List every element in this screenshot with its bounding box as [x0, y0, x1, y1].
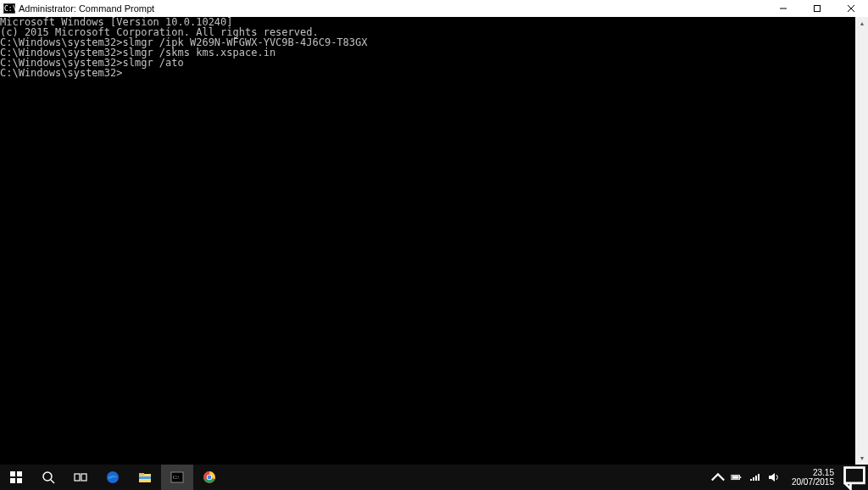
close-button[interactable]	[834, 0, 868, 17]
svg-rect-25	[753, 477, 754, 481]
terminal-line: C:\Windows\system32>slmgr /ato	[0, 58, 868, 68]
svg-rect-7	[17, 478, 22, 483]
system-tray	[726, 465, 785, 490]
terminal-line: C:\Windows\system32>	[0, 68, 868, 78]
taskbar-chrome[interactable]	[193, 465, 225, 490]
battery-icon[interactable]	[731, 471, 743, 483]
svg-marker-28	[769, 473, 775, 482]
minimize-button[interactable]	[766, 0, 800, 17]
taskview-icon	[74, 471, 87, 484]
search-icon	[42, 471, 55, 484]
svg-rect-14	[139, 473, 144, 476]
terminal-area[interactable]: Microsoft Windows [Version 10.0.10240](c…	[0, 17, 868, 465]
svg-line-9	[51, 480, 54, 483]
taskbar: C:\ 23.15 20/07/2015	[0, 465, 868, 490]
terminal-output: Microsoft Windows [Version 10.0.10240](c…	[0, 17, 868, 78]
svg-rect-23	[732, 476, 739, 479]
volume-icon[interactable]	[768, 471, 780, 483]
clock-date: 20/07/2015	[792, 477, 834, 487]
taskbar-cmd[interactable]: C:\	[161, 465, 193, 490]
svg-rect-1	[815, 6, 821, 12]
svg-text:C:\: C:\	[173, 475, 180, 480]
svg-rect-10	[75, 474, 80, 481]
clock-time: 23.15	[792, 468, 834, 477]
explorer-icon	[138, 471, 152, 484]
start-button[interactable]	[0, 465, 32, 490]
svg-rect-15	[139, 476, 151, 479]
svg-rect-24	[750, 479, 752, 481]
taskbar-edge[interactable]	[97, 465, 129, 490]
svg-rect-22	[739, 476, 741, 478]
vertical-scrollbar[interactable]: ▴ ▾	[855, 17, 868, 465]
svg-point-20	[208, 476, 212, 480]
edge-icon	[106, 471, 120, 484]
svg-rect-4	[10, 471, 15, 476]
maximize-button[interactable]	[800, 0, 834, 17]
windows-icon	[9, 471, 23, 484]
taskbar-explorer[interactable]	[129, 465, 161, 490]
search-button[interactable]	[32, 465, 64, 490]
scroll-up-button[interactable]: ▴	[855, 17, 868, 30]
notification-icon	[841, 464, 868, 490]
action-center-button[interactable]	[841, 465, 868, 490]
scroll-down-button[interactable]: ▾	[855, 452, 868, 465]
chrome-icon	[203, 471, 216, 484]
wifi-icon[interactable]	[749, 471, 761, 483]
svg-rect-5	[17, 471, 22, 476]
svg-rect-11	[81, 474, 86, 481]
cmd-taskbar-icon: C:\	[170, 471, 184, 484]
svg-rect-26	[755, 476, 757, 481]
cmd-icon: C:\	[3, 3, 15, 14]
command-prompt-window: C:\ Administrator: Command Prompt Micros…	[0, 0, 868, 465]
tray-overflow-button[interactable]	[710, 465, 726, 490]
svg-rect-27	[758, 474, 760, 481]
titlebar[interactable]: C:\ Administrator: Command Prompt	[0, 0, 868, 17]
svg-point-8	[43, 472, 52, 481]
chevron-up-icon	[710, 470, 726, 485]
scroll-track[interactable]	[855, 30, 868, 452]
taskbar-clock[interactable]: 23.15 20/07/2015	[785, 465, 841, 490]
window-title: Administrator: Command Prompt	[19, 3, 154, 14]
taskview-button[interactable]	[64, 465, 97, 490]
svg-rect-29	[845, 468, 865, 483]
svg-rect-6	[10, 478, 15, 483]
